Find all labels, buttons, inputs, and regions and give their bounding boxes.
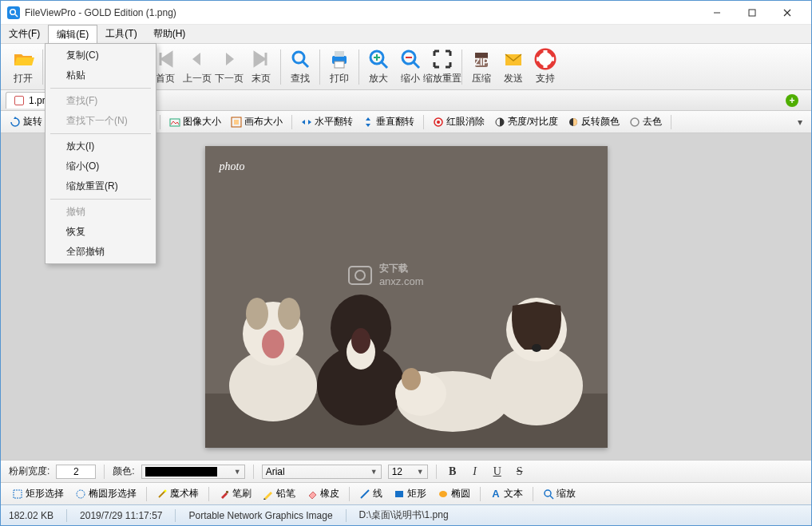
menu-tools[interactable]: 工具(T) — [97, 25, 145, 43]
svg-rect-53 — [14, 490, 22, 498]
canvas-size-button[interactable]: 画布大小 — [228, 115, 285, 129]
menu-redo[interactable]: 恢复 — [47, 222, 154, 242]
redeye-button[interactable]: 红眼消除 — [430, 115, 487, 129]
menu-zoom-reset[interactable]: 缩放重置(R) — [47, 176, 154, 196]
image-content — [205, 146, 608, 448]
wand-tool[interactable]: 魔术棒 — [153, 487, 202, 500]
line-tool[interactable]: 线 — [356, 487, 386, 500]
prev-icon — [186, 48, 208, 70]
svg-point-30 — [437, 121, 440, 124]
hflip-button[interactable]: 水平翻转 — [299, 115, 355, 129]
svg-line-1 — [15, 14, 18, 17]
compress-button[interactable]: ZIP压缩 — [465, 46, 497, 87]
send-button[interactable]: 发送 — [497, 46, 529, 87]
menu-file[interactable]: 文件(F) — [1, 25, 48, 43]
minimize-button[interactable] — [699, 2, 735, 24]
svg-point-0 — [10, 9, 16, 14]
svg-line-55 — [159, 491, 165, 497]
ellipse-select-tool[interactable]: 椭圆形选择 — [72, 487, 140, 500]
menubar: 文件(F) 编辑(E) 工具(T) 帮助(H) — [1, 25, 811, 44]
menu-zoom-out[interactable]: 缩小(O) — [47, 156, 154, 176]
add-tab-button[interactable]: + — [786, 94, 798, 107]
text-tool[interactable]: A文本 — [487, 487, 526, 500]
svg-text:ZIP: ZIP — [474, 57, 489, 68]
ellipse-tool[interactable]: 椭圆 — [434, 487, 473, 500]
open-button[interactable]: 打开 — [7, 46, 39, 87]
zoomin-button[interactable]: 放大 — [362, 46, 394, 87]
menu-undo: 撤销 — [47, 202, 154, 222]
svg-line-15 — [382, 62, 387, 68]
zoomreset-button[interactable]: 缩放重置 — [426, 46, 458, 87]
rect-tool[interactable]: 矩形 — [390, 487, 430, 500]
svg-rect-12 — [335, 51, 344, 57]
status-path: D:\桌面\说明书\1.png — [359, 508, 449, 522]
svg-rect-59 — [395, 491, 403, 497]
font-size-select[interactable]: 12 ▼ — [388, 465, 428, 479]
brush-width-input[interactable] — [56, 465, 96, 479]
italic-button[interactable]: I — [467, 464, 483, 480]
maximize-button[interactable] — [735, 2, 770, 24]
svg-rect-51 — [349, 267, 371, 284]
canvas-size-icon — [231, 117, 242, 128]
invert-icon — [568, 117, 579, 128]
eraser-tool[interactable]: 橡皮 — [303, 487, 343, 500]
font-select[interactable]: Arial ▼ — [262, 465, 382, 479]
rect-icon — [394, 488, 405, 500]
zoomin-icon — [367, 48, 390, 70]
svg-point-60 — [439, 491, 447, 497]
menu-paste[interactable]: 粘贴 — [47, 65, 154, 85]
svg-point-50 — [532, 344, 541, 352]
color-picker[interactable]: ▼ — [141, 465, 245, 479]
next-button[interactable]: 下一页 — [213, 46, 245, 87]
zoomout-button[interactable]: 缩小 — [394, 46, 426, 87]
find-icon — [289, 48, 311, 70]
menu-undo-all[interactable]: 全部撤销 — [47, 242, 154, 262]
brightness-contrast-button[interactable]: 亮度/对比度 — [492, 115, 560, 129]
svg-line-10 — [303, 61, 308, 67]
svg-point-44 — [351, 328, 370, 354]
rect-select-tool[interactable]: 矩形选择 — [9, 487, 67, 500]
find-button[interactable]: 查找 — [284, 46, 316, 87]
support-button[interactable]: 支持 — [529, 46, 561, 87]
brush-tool[interactable]: 笔刷 — [216, 487, 255, 500]
svg-point-52 — [355, 271, 365, 280]
last-icon — [250, 48, 272, 70]
pencil-tool[interactable]: 铅笔 — [259, 487, 299, 500]
svg-point-33 — [631, 118, 639, 126]
menu-copy[interactable]: 复制(C) — [47, 45, 154, 65]
underline-button[interactable]: U — [489, 464, 505, 480]
menu-edit[interactable]: 编辑(E) — [48, 25, 97, 43]
svg-line-19 — [414, 62, 419, 68]
bold-button[interactable]: B — [445, 464, 461, 480]
print-button[interactable]: 打印 — [323, 46, 355, 87]
zoom-tool[interactable]: 缩放 — [540, 487, 579, 500]
svg-point-9 — [293, 52, 304, 63]
rotate-icon — [10, 117, 21, 128]
strike-button[interactable]: S — [512, 464, 528, 480]
titlebar: FileViewPro - GOLD Edition (1.png) — [1, 1, 811, 25]
prev-button[interactable]: 上一页 — [181, 46, 213, 87]
close-button[interactable] — [770, 2, 805, 24]
brightness-contrast-icon — [494, 117, 505, 128]
status-filetype: Portable Network Graphics Image — [188, 510, 332, 521]
svg-point-47 — [402, 368, 421, 390]
menu-help[interactable]: 帮助(H) — [145, 25, 194, 43]
last-button[interactable]: 末页 — [245, 46, 277, 87]
image-size-button[interactable]: 图像大小 — [167, 115, 224, 129]
svg-point-39 — [278, 298, 300, 330]
menu-zoom-in[interactable]: 放大(I) — [47, 136, 154, 156]
image-file-icon — [14, 96, 24, 105]
svg-line-58 — [361, 490, 369, 498]
zoomout-icon — [399, 48, 422, 70]
vflip-button[interactable]: 垂直翻转 — [360, 115, 417, 129]
desaturate-button[interactable]: 去色 — [627, 115, 664, 129]
fit-icon — [431, 48, 454, 70]
brush-icon — [219, 488, 230, 500]
app-icon — [7, 6, 20, 19]
svg-rect-28 — [234, 120, 239, 125]
svg-point-40 — [262, 330, 284, 358]
rotate-button[interactable]: 旋转 右旋转90° — [7, 115, 45, 129]
first-icon — [154, 48, 176, 70]
toolbar-overflow-button[interactable]: ▾ — [795, 117, 805, 128]
invert-button[interactable]: 反转颜色 — [565, 115, 622, 129]
